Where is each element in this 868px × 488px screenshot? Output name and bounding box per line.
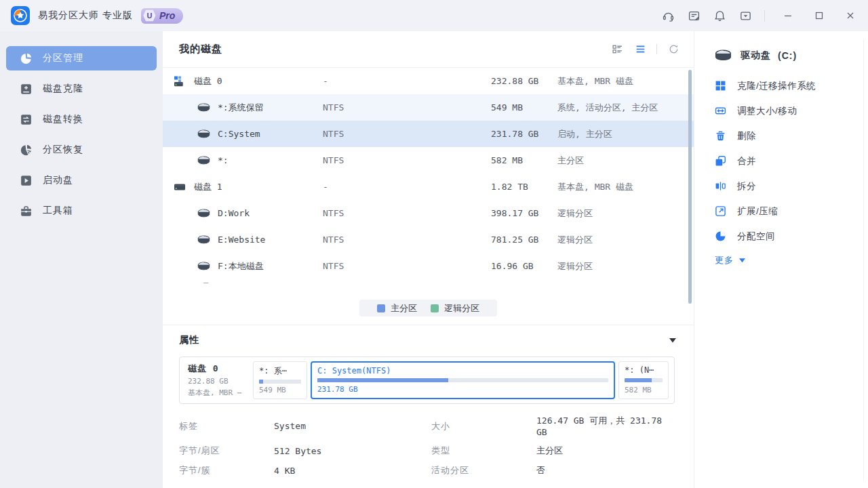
feedback-icon[interactable] bbox=[686, 7, 702, 24]
disk-row[interactable]: 磁盘 1-1.82 TB基本盘, MBR 磁盘 bbox=[163, 174, 694, 200]
sidebar-item-label: 分区恢复 bbox=[43, 144, 83, 156]
sidebar-item-bootable-media[interactable]: 启动盘 bbox=[6, 168, 157, 192]
selected-drive-letter: (C:) bbox=[778, 50, 797, 61]
split-icon bbox=[715, 180, 726, 192]
detail-value: 512 Bytes bbox=[274, 446, 431, 456]
pro-badge: U Pro bbox=[141, 8, 183, 24]
notifications-bell-icon[interactable] bbox=[711, 7, 728, 24]
property-details: 标签System大小126.47 GB 可用，共 231.78 GB字节/扇区5… bbox=[179, 415, 675, 476]
more-caret-icon bbox=[739, 258, 745, 263]
disk-map-size: 232.88 GB bbox=[188, 376, 250, 386]
detail-value: 主分区 bbox=[536, 445, 675, 457]
row-name-cell: 磁盘 0 bbox=[174, 75, 323, 87]
clipped-row-hint: – bbox=[163, 279, 694, 290]
support-headset-icon[interactable] bbox=[660, 7, 676, 24]
partition-disk-icon bbox=[197, 261, 210, 272]
row-attributes: 基本盘, MBR 磁盘 bbox=[557, 75, 694, 87]
sidebar-item-toolkit[interactable]: 工具箱 bbox=[6, 199, 157, 223]
diskmap-block-label: C: System(NTFS) bbox=[317, 366, 608, 375]
disk-map-type: 基本盘, MBR ⋯ bbox=[188, 388, 250, 398]
partition-row[interactable]: *:系统保留NTFS549 MB系统, 活动分区, 主分区 bbox=[163, 94, 694, 121]
row-filesystem: NTFS bbox=[323, 102, 396, 113]
action-label: 拆分 bbox=[737, 180, 756, 192]
list-view-icon[interactable] bbox=[632, 41, 648, 58]
row-name-cell: *: bbox=[174, 155, 323, 166]
partition-row[interactable]: D:WorkNTFS398.17 GB逻辑分区 bbox=[163, 200, 694, 226]
diskmap-block[interactable]: C: System(NTFS)231.78 GB bbox=[311, 361, 615, 399]
right-panel-scrollbar-track bbox=[863, 39, 864, 480]
action-label: 分配空间 bbox=[737, 230, 775, 243]
disk-clone-icon bbox=[20, 83, 33, 96]
partition-disk-icon bbox=[197, 129, 210, 140]
allocate-pie-icon bbox=[715, 230, 726, 242]
detail-value: 否 bbox=[536, 464, 675, 476]
detail-label: 类型 bbox=[431, 445, 536, 457]
more-button[interactable]: 更多 bbox=[715, 254, 868, 266]
action-allocate-space[interactable]: 分配空间 bbox=[715, 224, 868, 249]
menu-dropdown-icon[interactable] bbox=[737, 7, 753, 24]
disk-map: 磁盘 0 232.88 GB 基本盘, MBR ⋯ *: 系⋯549 MBC: … bbox=[179, 357, 675, 404]
vertical-scrollbar[interactable] bbox=[688, 70, 692, 304]
collapse-caret-icon[interactable] bbox=[669, 338, 676, 343]
action-resize-move[interactable]: 调整大小/移动 bbox=[715, 98, 868, 123]
detail-label: 活动分区 bbox=[431, 464, 536, 476]
sidebar-item-partition-recovery[interactable]: 分区恢复 bbox=[6, 138, 157, 162]
row-filesystem: NTFS bbox=[323, 155, 396, 165]
row-filesystem: NTFS bbox=[323, 235, 396, 245]
diskmap-block-label: *: (N⋯ bbox=[625, 365, 663, 375]
page-title: 我的磁盘 bbox=[179, 43, 222, 56]
row-size: 1.82 TB bbox=[491, 182, 557, 192]
close-icon[interactable] bbox=[842, 7, 859, 24]
action-extend-shrink[interactable]: 扩展/压缩 bbox=[715, 199, 868, 224]
row-size: 232.88 GB bbox=[491, 76, 557, 86]
minimize-icon[interactable] bbox=[780, 7, 796, 24]
row-name-cell: *:系统保留 bbox=[174, 102, 323, 114]
maximize-icon[interactable] bbox=[811, 7, 827, 24]
row-attributes: 启动, 主分区 bbox=[557, 128, 694, 140]
disk-row[interactable]: 磁盘 0-232.88 GB基本盘, MBR 磁盘 bbox=[163, 68, 694, 94]
row-attributes: 基本盘, MBR 磁盘 bbox=[557, 181, 694, 193]
row-attributes: 逻辑分区 bbox=[557, 234, 694, 246]
row-filesystem: NTFS bbox=[323, 261, 396, 271]
row-name: D:Work bbox=[218, 208, 250, 218]
sidebar-item-disk-convert[interactable]: 磁盘转换 bbox=[6, 107, 157, 131]
row-name-cell: F:本地磁盘 bbox=[174, 260, 323, 272]
refresh-icon[interactable] bbox=[665, 41, 682, 58]
action-split[interactable]: 拆分 bbox=[715, 174, 868, 199]
action-label: 删除 bbox=[737, 130, 756, 142]
disk-convert-icon bbox=[20, 113, 33, 126]
partition-row[interactable]: C:SystemNTFS231.78 GB启动, 主分区 bbox=[163, 121, 694, 147]
sidebar-item-partition-manager[interactable]: 分区管理 bbox=[6, 46, 157, 70]
row-attributes: 逻辑分区 bbox=[557, 207, 694, 220]
diskmap-block-bar bbox=[259, 380, 301, 384]
legend-item: 逻辑分区 bbox=[431, 302, 479, 314]
row-size: 582 MB bbox=[491, 155, 557, 165]
view-controls-divider bbox=[656, 44, 657, 54]
sidebar-item-disk-clone[interactable]: 磁盘克隆 bbox=[6, 77, 157, 101]
partition-row[interactable]: E:WebsiteNTFS781.25 GB逻辑分区 bbox=[163, 226, 694, 253]
action-merge[interactable]: 合并 bbox=[715, 148, 868, 174]
sidebar-item-label: 启动盘 bbox=[43, 174, 73, 186]
more-label: 更多 bbox=[715, 254, 734, 266]
action-clone-migrate-os[interactable]: 克隆/迁移操作系统 bbox=[715, 73, 868, 98]
titlebar-divider bbox=[764, 10, 765, 22]
row-attributes: 系统, 活动分区, 主分区 bbox=[557, 102, 694, 114]
sidebar: 分区管理磁盘克隆磁盘转换分区恢复启动盘工具箱 bbox=[0, 31, 163, 488]
diskmap-block[interactable]: *: 系⋯549 MB bbox=[253, 361, 307, 399]
trash-icon bbox=[715, 130, 726, 142]
mbr-disk-icon bbox=[174, 76, 186, 87]
diskmap-block-bar bbox=[625, 378, 663, 382]
detail-label: 大小 bbox=[431, 420, 536, 432]
row-name-cell: 磁盘 1 bbox=[174, 181, 323, 193]
row-size: 398.17 GB bbox=[491, 208, 557, 218]
row-size: 549 MB bbox=[491, 102, 557, 113]
row-name: 磁盘 0 bbox=[194, 75, 222, 87]
sidebar-item-label: 磁盘克隆 bbox=[43, 83, 83, 95]
properties-title: 属性 bbox=[179, 334, 199, 346]
action-delete[interactable]: 删除 bbox=[715, 123, 868, 148]
partition-row[interactable]: F:本地磁盘NTFS16.96 GB逻辑分区 bbox=[163, 253, 694, 279]
grid-view-icon[interactable] bbox=[609, 41, 625, 58]
titlebar: 易我分区大师 专业版 U Pro bbox=[0, 0, 868, 31]
partition-row[interactable]: *:NTFS582 MB主分区 bbox=[163, 147, 694, 174]
diskmap-block[interactable]: *: (N⋯582 MB bbox=[618, 361, 669, 399]
